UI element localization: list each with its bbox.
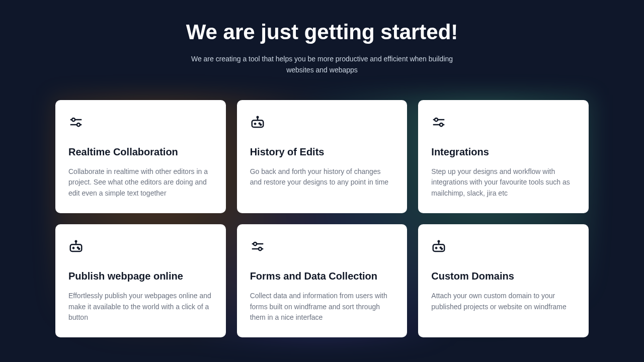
- hero-subtitle: We are creating a tool that helps you be…: [181, 53, 463, 76]
- feature-desc: Collaborate in realtime with other edito…: [68, 166, 213, 199]
- feature-card: Realtime Collaboration Collaborate in re…: [55, 100, 226, 213]
- feature-card: Custom Domains Attach your own custom do…: [418, 224, 589, 337]
- hero-title: We are just getting started!: [55, 20, 589, 44]
- feature-desc: Go back and forth your history of change…: [250, 166, 394, 188]
- feature-card: Publish webpage online Effortlessly publ…: [55, 224, 226, 337]
- feature-title: Forms and Data Collection: [250, 269, 394, 283]
- feature-desc: Collect data and information from users …: [250, 291, 394, 323]
- feature-title: Custom Domains: [431, 269, 576, 283]
- sliders-icon: [68, 114, 213, 130]
- sliders-icon: [250, 238, 394, 254]
- feature-card: History of Edits Go back and forth your …: [237, 100, 408, 213]
- feature-title: Publish webpage online: [68, 269, 213, 283]
- feature-desc: Attach your own custom domain to your pu…: [431, 291, 576, 312]
- feature-title: Realtime Collaboration: [68, 145, 213, 158]
- feature-desc: Effortlessly publish your webpages onlin…: [68, 291, 213, 323]
- feature-grid: Realtime Collaboration Collaborate in re…: [55, 100, 589, 337]
- gamepad-icon: [431, 238, 576, 254]
- feature-title: History of Edits: [250, 145, 394, 158]
- hero-section: We are just getting started! We are crea…: [55, 20, 589, 76]
- feature-card: Integrations Step up your designs and wo…: [418, 100, 589, 213]
- sliders-icon: [431, 114, 576, 130]
- feature-card: Forms and Data Collection Collect data a…: [237, 224, 408, 337]
- feature-title: Integrations: [431, 145, 576, 158]
- feature-desc: Step up your designs and workflow with i…: [431, 166, 576, 199]
- gamepad-icon: [68, 238, 213, 254]
- gamepad-icon: [250, 114, 394, 130]
